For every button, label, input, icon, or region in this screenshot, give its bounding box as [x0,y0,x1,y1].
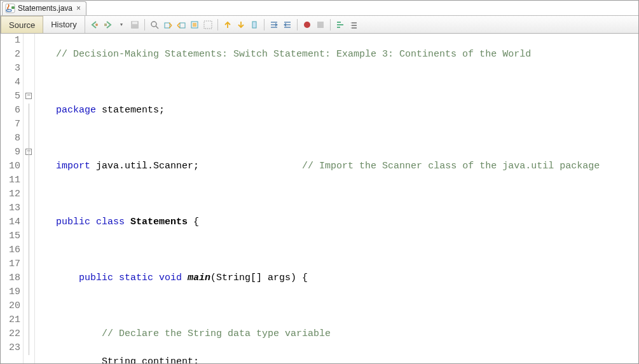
svg-point-3 [95,24,98,26]
shift-down-icon[interactable] [236,20,246,30]
dropdown-icon[interactable]: ▾ [116,20,127,30]
editor-toolbar: Source History ▾ [1,16,638,34]
svg-rect-4 [104,24,107,26]
fold-gutter: − − [24,34,35,363]
svg-point-15 [304,22,310,28]
svg-rect-2 [11,6,15,9]
line-number-gutter: 1234567891011121314151617181920212223 [1,34,24,363]
nav-forward-icon[interactable] [103,20,113,30]
record-macro-icon[interactable] [302,20,312,30]
save-icon[interactable] [130,20,140,30]
svg-rect-17 [350,22,352,29]
find-prev-icon[interactable] [163,20,173,30]
indent-right-icon[interactable] [282,20,292,30]
toolbar-icons: ▾ [85,19,359,30]
code-editor[interactable]: 1234567891011121314151617181920212223 − … [1,34,638,363]
tab-source[interactable]: Source [1,16,43,33]
find-next-icon[interactable] [176,20,186,30]
svg-line-8 [156,26,158,29]
svg-rect-10 [180,23,185,28]
selection-icon[interactable] [203,20,213,30]
tab-history[interactable]: History [43,16,85,33]
nav-back-icon[interactable] [90,20,100,30]
indent-left-icon[interactable] [269,20,279,30]
bookmark-icon[interactable] [249,20,259,30]
format-icon[interactable] [335,20,345,30]
shift-up-icon[interactable] [223,20,233,30]
fold-toggle-icon[interactable]: − [25,93,32,99]
close-tab-button[interactable]: × [75,4,82,13]
svg-rect-12 [193,23,196,27]
uncomment-icon[interactable] [348,20,359,30]
search-icon[interactable] [149,20,160,30]
code-area[interactable]: // Decision-Making Statements: Switch St… [35,34,600,363]
file-tab[interactable]: Statements.java × [2,1,86,15]
stop-macro-icon[interactable] [315,20,326,30]
svg-point-7 [151,22,156,27]
java-file-icon [5,3,15,13]
file-tab-bar: Statements.java × [1,1,638,16]
svg-rect-6 [132,22,137,24]
svg-rect-9 [165,23,170,28]
highlight-icon[interactable] [189,20,200,30]
file-tab-label: Statements.java [18,4,72,13]
svg-rect-16 [317,22,324,28]
svg-rect-13 [204,21,212,29]
svg-rect-14 [252,22,256,28]
